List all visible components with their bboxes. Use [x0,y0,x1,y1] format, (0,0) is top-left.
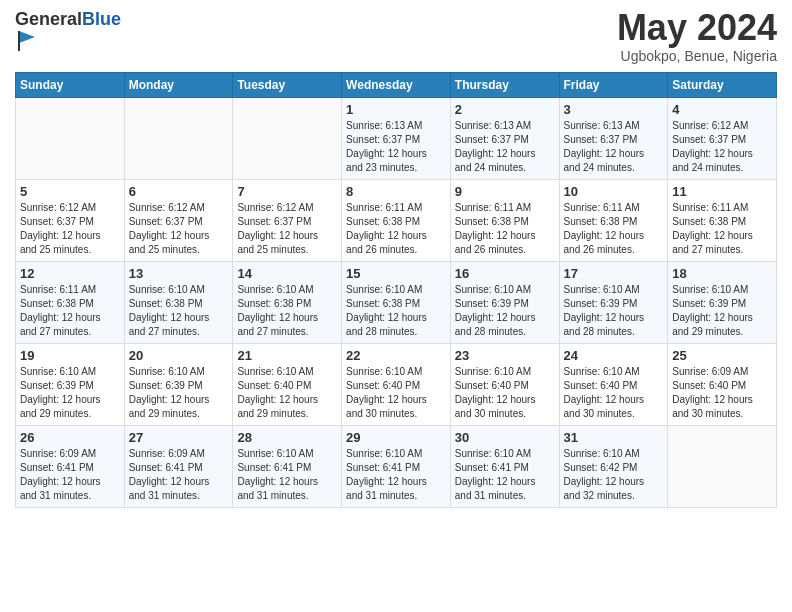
day-info: Sunrise: 6:09 AMSunset: 6:41 PMDaylight:… [129,447,229,503]
day-info: Sunrise: 6:11 AMSunset: 6:38 PMDaylight:… [346,201,446,257]
daylight-text: Daylight: 12 hours and 26 minutes. [455,230,536,255]
sunrise-text: Sunrise: 6:13 AM [564,120,640,131]
day-number: 27 [129,430,229,445]
day-info: Sunrise: 6:09 AMSunset: 6:40 PMDaylight:… [672,365,772,421]
sunrise-text: Sunrise: 6:10 AM [455,284,531,295]
daylight-text: Daylight: 12 hours and 26 minutes. [564,230,645,255]
daylight-text: Daylight: 12 hours and 25 minutes. [20,230,101,255]
sunset-text: Sunset: 6:37 PM [346,134,420,145]
sunset-text: Sunset: 6:41 PM [237,462,311,473]
week-row-1: 1Sunrise: 6:13 AMSunset: 6:37 PMDaylight… [16,98,777,180]
day-number: 15 [346,266,446,281]
day-cell-3-4: 23Sunrise: 6:10 AMSunset: 6:40 PMDayligh… [450,344,559,426]
day-cell-4-5: 31Sunrise: 6:10 AMSunset: 6:42 PMDayligh… [559,426,668,508]
daylight-text: Daylight: 12 hours and 29 minutes. [237,394,318,419]
daylight-text: Daylight: 12 hours and 24 minutes. [455,148,536,173]
daylight-text: Daylight: 12 hours and 27 minutes. [129,312,210,337]
day-info: Sunrise: 6:13 AMSunset: 6:37 PMDaylight:… [346,119,446,175]
sunset-text: Sunset: 6:40 PM [672,380,746,391]
daylight-text: Daylight: 12 hours and 24 minutes. [564,148,645,173]
day-number: 17 [564,266,664,281]
day-number: 31 [564,430,664,445]
daylight-text: Daylight: 12 hours and 30 minutes. [564,394,645,419]
day-info: Sunrise: 6:12 AMSunset: 6:37 PMDaylight:… [20,201,120,257]
day-cell-0-0 [16,98,125,180]
day-info: Sunrise: 6:13 AMSunset: 6:37 PMDaylight:… [455,119,555,175]
day-number: 10 [564,184,664,199]
sunrise-text: Sunrise: 6:11 AM [346,202,422,213]
day-number: 5 [20,184,120,199]
daylight-text: Daylight: 12 hours and 25 minutes. [129,230,210,255]
day-info: Sunrise: 6:10 AMSunset: 6:40 PMDaylight:… [455,365,555,421]
sunset-text: Sunset: 6:39 PM [129,380,203,391]
day-info: Sunrise: 6:12 AMSunset: 6:37 PMDaylight:… [237,201,337,257]
day-number: 21 [237,348,337,363]
sunrise-text: Sunrise: 6:11 AM [564,202,640,213]
daylight-text: Daylight: 12 hours and 31 minutes. [346,476,427,501]
day-info: Sunrise: 6:10 AMSunset: 6:38 PMDaylight:… [237,283,337,339]
logo: GeneralBlue [15,10,121,57]
day-info: Sunrise: 6:10 AMSunset: 6:39 PMDaylight:… [20,365,120,421]
week-row-2: 5Sunrise: 6:12 AMSunset: 6:37 PMDaylight… [16,180,777,262]
daylight-text: Daylight: 12 hours and 24 minutes. [672,148,753,173]
header: GeneralBlue May 2024 Ugbokpo, Benue, Nig… [15,10,777,64]
day-info: Sunrise: 6:10 AMSunset: 6:41 PMDaylight:… [346,447,446,503]
sunset-text: Sunset: 6:39 PM [455,298,529,309]
day-info: Sunrise: 6:10 AMSunset: 6:42 PMDaylight:… [564,447,664,503]
header-saturday: Saturday [668,73,777,98]
sunset-text: Sunset: 6:41 PM [129,462,203,473]
day-info: Sunrise: 6:10 AMSunset: 6:39 PMDaylight:… [455,283,555,339]
day-info: Sunrise: 6:12 AMSunset: 6:37 PMDaylight:… [672,119,772,175]
header-monday: Monday [124,73,233,98]
day-info: Sunrise: 6:10 AMSunset: 6:41 PMDaylight:… [237,447,337,503]
daylight-text: Daylight: 12 hours and 26 minutes. [346,230,427,255]
day-info: Sunrise: 6:10 AMSunset: 6:39 PMDaylight:… [564,283,664,339]
day-number: 24 [564,348,664,363]
sunrise-text: Sunrise: 6:10 AM [237,448,313,459]
sunrise-text: Sunrise: 6:10 AM [346,448,422,459]
day-info: Sunrise: 6:11 AMSunset: 6:38 PMDaylight:… [455,201,555,257]
logo-general: GeneralBlue [15,10,121,29]
sunset-text: Sunset: 6:38 PM [237,298,311,309]
sunrise-text: Sunrise: 6:10 AM [237,284,313,295]
daylight-text: Daylight: 12 hours and 27 minutes. [672,230,753,255]
daylight-text: Daylight: 12 hours and 31 minutes. [455,476,536,501]
day-number: 14 [237,266,337,281]
sunrise-text: Sunrise: 6:10 AM [455,448,531,459]
sunset-text: Sunset: 6:37 PM [672,134,746,145]
day-cell-1-3: 8Sunrise: 6:11 AMSunset: 6:38 PMDaylight… [342,180,451,262]
sunset-text: Sunset: 6:38 PM [346,216,420,227]
header-friday: Friday [559,73,668,98]
day-info: Sunrise: 6:11 AMSunset: 6:38 PMDaylight:… [672,201,772,257]
sunrise-text: Sunrise: 6:10 AM [564,366,640,377]
day-info: Sunrise: 6:10 AMSunset: 6:40 PMDaylight:… [564,365,664,421]
day-number: 4 [672,102,772,117]
day-number: 16 [455,266,555,281]
sunset-text: Sunset: 6:37 PM [564,134,638,145]
sunset-text: Sunset: 6:39 PM [672,298,746,309]
day-cell-0-4: 2Sunrise: 6:13 AMSunset: 6:37 PMDaylight… [450,98,559,180]
calendar-table: Sunday Monday Tuesday Wednesday Thursday… [15,72,777,508]
day-number: 6 [129,184,229,199]
sunset-text: Sunset: 6:38 PM [346,298,420,309]
daylight-text: Daylight: 12 hours and 31 minutes. [129,476,210,501]
calendar-page: GeneralBlue May 2024 Ugbokpo, Benue, Nig… [0,0,792,612]
day-number: 2 [455,102,555,117]
sunset-text: Sunset: 6:40 PM [346,380,420,391]
day-info: Sunrise: 6:10 AMSunset: 6:41 PMDaylight:… [455,447,555,503]
day-cell-4-4: 30Sunrise: 6:10 AMSunset: 6:41 PMDayligh… [450,426,559,508]
day-cell-1-2: 7Sunrise: 6:12 AMSunset: 6:37 PMDaylight… [233,180,342,262]
day-number: 3 [564,102,664,117]
day-cell-0-2 [233,98,342,180]
sunset-text: Sunset: 6:41 PM [346,462,420,473]
sunset-text: Sunset: 6:40 PM [455,380,529,391]
sunset-text: Sunset: 6:41 PM [20,462,94,473]
day-number: 28 [237,430,337,445]
day-cell-3-5: 24Sunrise: 6:10 AMSunset: 6:40 PMDayligh… [559,344,668,426]
day-number: 29 [346,430,446,445]
daylight-text: Daylight: 12 hours and 27 minutes. [237,312,318,337]
sunrise-text: Sunrise: 6:10 AM [20,366,96,377]
day-info: Sunrise: 6:09 AMSunset: 6:41 PMDaylight:… [20,447,120,503]
day-cell-0-3: 1Sunrise: 6:13 AMSunset: 6:37 PMDaylight… [342,98,451,180]
day-number: 11 [672,184,772,199]
